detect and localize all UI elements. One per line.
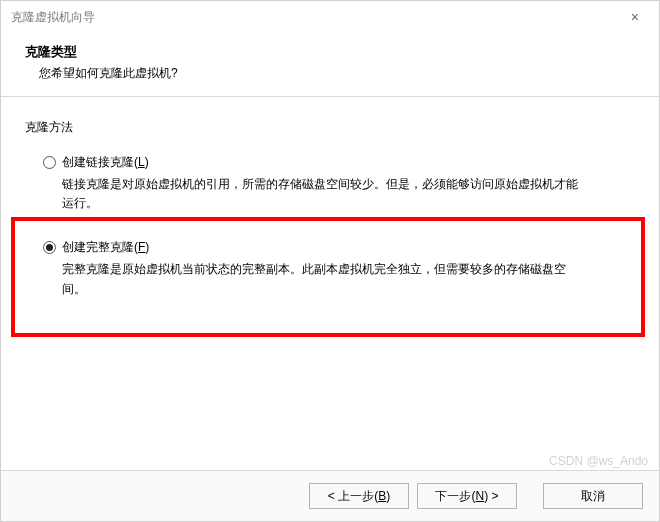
- option-full-desc: 完整克隆是原始虚拟机当前状态的完整副本。此副本虚拟机完全独立，但需要较多的存储磁…: [62, 260, 582, 298]
- wizard-header: 克隆类型 您希望如何克隆此虚拟机?: [1, 33, 659, 97]
- page-title: 克隆类型: [25, 43, 635, 61]
- radio-icon[interactable]: [43, 241, 56, 254]
- close-icon[interactable]: ×: [623, 5, 647, 29]
- option-full-clone[interactable]: 创建完整克隆(F) 完整克隆是原始虚拟机当前状态的完整副本。此副本虚拟机完全独立…: [43, 239, 635, 298]
- option-full-label: 创建完整克隆(F): [62, 239, 149, 256]
- window-title: 克隆虚拟机向导: [11, 9, 95, 26]
- cancel-button[interactable]: 取消: [543, 483, 643, 509]
- option-linked-clone[interactable]: 创建链接克隆(L) 链接克隆是对原始虚拟机的引用，所需的存储磁盘空间较少。但是，…: [43, 154, 635, 213]
- wizard-window: 克隆虚拟机向导 × 克隆类型 您希望如何克隆此虚拟机? 克隆方法 创建链接克隆(…: [0, 0, 660, 522]
- wizard-body: 克隆方法 创建链接克隆(L) 链接克隆是对原始虚拟机的引用，所需的存储磁盘空间较…: [1, 97, 659, 470]
- radio-icon[interactable]: [43, 156, 56, 169]
- wizard-footer: < 上一步(B) 下一步(N) > 取消: [1, 470, 659, 521]
- next-button[interactable]: 下一步(N) >: [417, 483, 517, 509]
- back-button[interactable]: < 上一步(B): [309, 483, 409, 509]
- option-linked-label: 创建链接克隆(L): [62, 154, 149, 171]
- option-linked-desc: 链接克隆是对原始虚拟机的引用，所需的存储磁盘空间较少。但是，必须能够访问原始虚拟…: [62, 175, 582, 213]
- group-label: 克隆方法: [25, 119, 635, 136]
- page-subtitle: 您希望如何克隆此虚拟机?: [25, 65, 635, 82]
- titlebar: 克隆虚拟机向导 ×: [1, 1, 659, 33]
